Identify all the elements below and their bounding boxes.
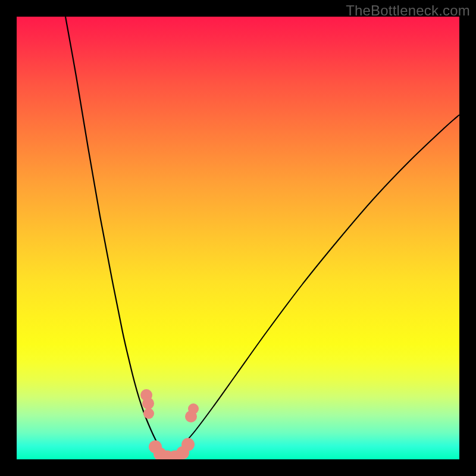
chart-frame: [17, 17, 459, 459]
curve-left: [65, 17, 188, 458]
curve-right: [183, 115, 459, 446]
chart-svg: [17, 17, 459, 459]
data-marker: [188, 403, 199, 414]
data-marker: [181, 438, 195, 451]
data-marker: [143, 408, 154, 419]
data-marker: [142, 397, 154, 409]
